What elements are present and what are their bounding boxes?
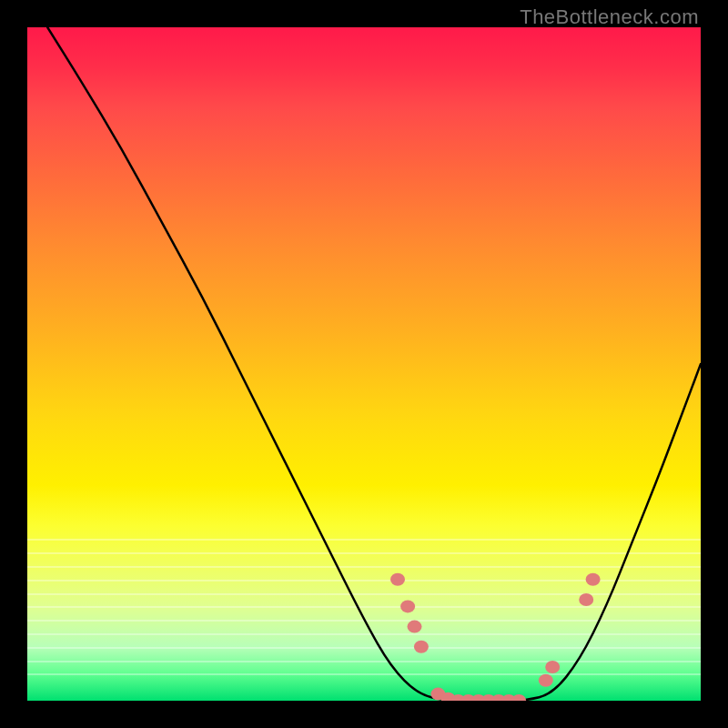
marker-point xyxy=(390,573,405,586)
marker-point xyxy=(400,600,415,612)
marker-point xyxy=(586,573,601,586)
marker-point xyxy=(408,621,422,633)
marker-point xyxy=(511,694,526,701)
attribution-label: TheBottleneck.com xyxy=(520,5,699,29)
chart-svg xyxy=(27,27,701,701)
bottleneck-curve-line xyxy=(47,27,701,701)
marker-point xyxy=(414,641,429,653)
highlight-markers xyxy=(390,573,601,701)
chart-plot-area xyxy=(27,27,701,701)
marker-point xyxy=(539,674,553,687)
marker-point xyxy=(579,593,593,606)
marker-point xyxy=(545,661,560,673)
